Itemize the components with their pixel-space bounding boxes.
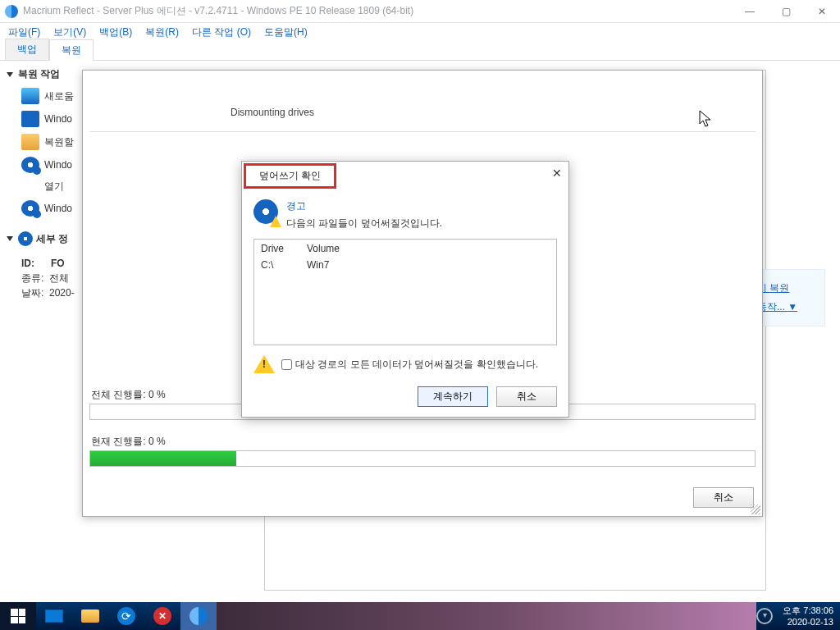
dropdown-arrow-icon: ▼ bbox=[788, 301, 797, 313]
windows-logo-icon bbox=[11, 609, 25, 623]
confirm-close-button[interactable]: ✕ bbox=[552, 167, 562, 180]
confirm-ack-row: 대상 경로의 모든 데이터가 덮어써질것을 확인했습니다. bbox=[253, 355, 557, 373]
lens-icon bbox=[18, 231, 33, 246]
taskbar-item-refresh[interactable] bbox=[108, 602, 144, 630]
taskbar-clock[interactable]: 오후 7:38:06 2020-02-13 bbox=[776, 603, 840, 629]
menu-view[interactable]: 보기(V) bbox=[53, 25, 86, 39]
app-icon bbox=[5, 5, 18, 18]
confirm-titlebar: 덮어쓰기 확인 ✕ bbox=[242, 162, 568, 188]
tab-backup[interactable]: 백업 bbox=[5, 39, 49, 60]
menu-backup[interactable]: 백업(B) bbox=[99, 25, 132, 39]
chevron-down-icon bbox=[7, 72, 13, 77]
main-tabs: 백업 복원 bbox=[0, 41, 840, 61]
minimize-button[interactable]: — bbox=[732, 0, 768, 23]
taskbar-item-explorer[interactable] bbox=[72, 602, 108, 630]
confirm-warn-heading: 경고 bbox=[286, 199, 442, 213]
table-row: C:\ Win7 bbox=[261, 259, 550, 271]
progress-footer: 취소 bbox=[693, 487, 754, 508]
taskbar-item-close[interactable]: ✕ bbox=[144, 602, 180, 630]
col-volume: Volume bbox=[307, 243, 340, 254]
current-progress-bar bbox=[89, 450, 756, 467]
overwrite-confirm-dialog: 덮어쓰기 확인 ✕ 경고 다음의 파일들이 덮어써질것입니다. Drive Vo… bbox=[241, 161, 569, 418]
confirm-warn-text: 다음의 파일들이 덮어써질것입니다. bbox=[286, 217, 442, 231]
menu-file[interactable]: 파일(F) bbox=[8, 25, 40, 39]
folder-icon bbox=[81, 609, 99, 623]
link-restore-image[interactable]: 지 복원 bbox=[757, 281, 819, 295]
divider bbox=[89, 131, 756, 132]
disk-icon bbox=[21, 200, 39, 217]
disk-warning-icon bbox=[253, 199, 278, 224]
confirm-cancel-button[interactable]: 취소 bbox=[496, 386, 557, 407]
taskbar-item-desktop[interactable] bbox=[36, 602, 72, 630]
menu-other[interactable]: 다른 작업 (O) bbox=[192, 25, 251, 39]
cell-drive: C:\ bbox=[261, 259, 290, 271]
close-button[interactable]: ✕ bbox=[804, 0, 840, 23]
menu-bar: 파일(F) 보기(V) 백업(B) 복원(R) 다른 작업 (O) 도움말(H) bbox=[0, 23, 840, 41]
progress-cancel-button[interactable]: 취소 bbox=[693, 487, 754, 508]
computer-icon bbox=[21, 88, 39, 104]
confirm-drive-table: Drive Volume C:\ Win7 bbox=[253, 239, 557, 345]
current-progress-label: 현재 진행률: 0 % bbox=[91, 435, 756, 449]
tray-expand-icon[interactable] bbox=[756, 608, 773, 624]
resize-grip-icon[interactable] bbox=[751, 504, 760, 514]
window-title: Macrium Reflect - Server Plus 에디션 - v7.2… bbox=[23, 4, 732, 18]
menu-restore[interactable]: 복원(R) bbox=[145, 25, 179, 39]
confirm-footer: 계속하기 취소 bbox=[242, 378, 568, 417]
disk-icon bbox=[21, 157, 39, 173]
taskbar-background bbox=[217, 602, 756, 630]
refresh-icon bbox=[117, 607, 135, 625]
macrium-icon bbox=[189, 607, 208, 625]
confirm-warning: 경고 다음의 파일들이 덮어써질것입니다. bbox=[253, 199, 557, 231]
progress-status-text: Dismounting drives bbox=[83, 71, 762, 126]
menu-help[interactable]: 도움말(H) bbox=[264, 25, 308, 39]
col-drive: Drive bbox=[261, 243, 290, 254]
warning-triangle-icon bbox=[253, 355, 275, 373]
folder-icon bbox=[21, 134, 39, 150]
window-titlebar: Macrium Reflect - Server Plus 에디션 - v7.2… bbox=[0, 0, 840, 23]
taskbar-item-macrium[interactable] bbox=[180, 602, 217, 630]
tab-restore[interactable]: 복원 bbox=[49, 39, 94, 61]
confirm-ack-checkbox[interactable] bbox=[281, 359, 292, 370]
cell-volume: Win7 bbox=[307, 259, 329, 271]
confirm-continue-button[interactable]: 계속하기 bbox=[418, 386, 488, 407]
link-actions[interactable]: 동작... ▼ bbox=[757, 300, 819, 314]
chevron-down-icon bbox=[7, 236, 13, 241]
close-red-icon: ✕ bbox=[153, 607, 171, 625]
taskbar: ✕ 오후 7:38:06 2020-02-13 bbox=[0, 602, 840, 630]
desktop-icon bbox=[45, 609, 63, 623]
start-button[interactable] bbox=[0, 602, 36, 630]
confirm-ack-checkbox-label[interactable]: 대상 경로의 모든 데이터가 덮어써질것을 확인했습니다. bbox=[281, 358, 538, 372]
gear-icon bbox=[21, 111, 39, 127]
confirm-title: 덮어쓰기 확인 bbox=[244, 163, 336, 189]
maximize-button[interactable]: ▢ bbox=[768, 0, 804, 23]
